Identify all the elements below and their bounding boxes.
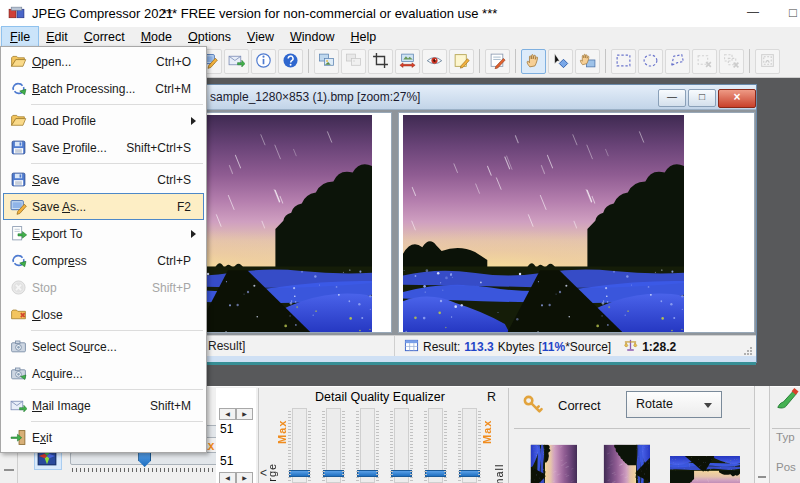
menu-help[interactable]: Help (342, 27, 384, 47)
select-ellipse-button[interactable] (638, 49, 663, 74)
menu-item-shortcut: Ctrl+M (155, 82, 191, 96)
equalizer-slider-6[interactable] (462, 408, 477, 483)
equalizer-handle[interactable] (357, 470, 378, 477)
save-icon (4, 171, 32, 188)
menu-separator (31, 421, 203, 422)
invert-selection-icon (759, 52, 776, 72)
brush-icon[interactable] (776, 387, 800, 409)
doc-minimize-button[interactable]: — (658, 89, 686, 107)
dropdown-value: Rotate (636, 397, 673, 411)
menu-file[interactable]: File (2, 27, 38, 47)
quality-value-top: 51 (220, 422, 233, 436)
export-to-menu-item[interactable]: Export To (3, 220, 204, 247)
mail-button[interactable] (224, 49, 249, 74)
exit-menu-item[interactable]: Exit (3, 424, 204, 451)
equalizer-handle[interactable] (323, 470, 344, 477)
thumbnail-image (603, 444, 650, 483)
maximize-button[interactable]: □ (778, 3, 800, 22)
stop-menu-item: StopShift+P (3, 274, 204, 301)
compress-icon (4, 252, 32, 269)
quality-value-bottom: 51 (220, 454, 233, 468)
equalizer-handle[interactable] (391, 470, 412, 477)
equalizer-handle[interactable] (289, 470, 310, 477)
save-profile-icon (4, 139, 32, 156)
equalizer-slider-2[interactable] (326, 408, 341, 483)
spin-left-button[interactable]: ◀ (219, 408, 236, 420)
hand-button[interactable] (521, 49, 546, 74)
splitter-handle[interactable] (4, 469, 14, 471)
equalizer-slider-4[interactable] (394, 408, 409, 483)
document-titlebar[interactable]: sample_1280×853 (1).bmp [zoom:27%] — □ × (201, 85, 756, 110)
export-icon (4, 225, 32, 242)
save-profile-menu-item[interactable]: Save Profile...Shift+Ctrl+S (3, 134, 204, 161)
menu-separator (31, 330, 203, 331)
submenu-arrow-icon (191, 117, 196, 125)
copy-image-button[interactable] (314, 49, 339, 74)
crop-button[interactable] (368, 49, 393, 74)
info-button[interactable] (251, 49, 276, 74)
group-divider (772, 428, 800, 429)
source-status-fragment: Result] (208, 339, 245, 353)
correct-mode-dropdown[interactable]: Rotate (626, 391, 722, 418)
minimize-button[interactable]: — (738, 3, 768, 22)
menu-item-label: Select Source... (32, 340, 117, 354)
doc-maximize-button[interactable]: □ (688, 89, 716, 107)
menu-edit[interactable]: Edit (38, 27, 76, 47)
equalizer-large-caption: Large (266, 450, 278, 483)
status-divider (394, 336, 395, 356)
select-poly-button[interactable] (665, 49, 690, 74)
menu-window[interactable]: Window (282, 27, 342, 47)
load-profile-menu-item[interactable]: Load Profile (3, 107, 204, 134)
acquire-menu-item[interactable]: Acquire... (3, 360, 204, 387)
equalizer-slider-3[interactable] (360, 408, 375, 483)
equalizer-handle[interactable] (425, 470, 446, 477)
correct-label: Correct (558, 398, 601, 413)
red-eye-button[interactable] (422, 49, 447, 74)
form-edit-button[interactable] (485, 49, 510, 74)
right-splitter[interactable] (754, 386, 770, 483)
rotate-thumbnail-ccw[interactable] (603, 444, 650, 483)
pan-button[interactable] (575, 49, 600, 74)
resize-grip[interactable] (743, 345, 753, 359)
doc-close-button[interactable]: × (718, 89, 756, 108)
zoom-select-button[interactable] (548, 49, 573, 74)
equalizer-slider-1[interactable] (292, 408, 307, 483)
compress-menu-item[interactable]: CompressCtrl+P (3, 247, 204, 274)
spin-left-button[interactable]: ◀ (219, 472, 236, 483)
equalizer-max-right: Max (481, 408, 493, 444)
splitter-handle[interactable] (758, 476, 766, 478)
menu-item-label: Batch Processing... (32, 82, 135, 96)
result-image-pane[interactable] (398, 112, 755, 333)
note-edit-button[interactable] (449, 49, 474, 74)
spin-right-button[interactable]: ▶ (236, 408, 253, 420)
toolbar-separator (749, 49, 750, 73)
rotate-thumbnail-cw[interactable] (530, 444, 577, 483)
spin-right-button[interactable]: ▶ (236, 472, 253, 483)
resize-button[interactable] (395, 49, 420, 74)
close-menu-item[interactable]: Close (3, 301, 204, 328)
batch-processing-menu-item[interactable]: Batch Processing...Ctrl+M (3, 75, 204, 102)
slider-handle[interactable] (138, 451, 151, 467)
document-title: sample_1280×853 (1).bmp [zoom:27%] (210, 90, 420, 104)
image-document-window: sample_1280×853 (1).bmp [zoom:27%] — □ ×… (200, 84, 757, 363)
quality-slider-bottom[interactable] (70, 452, 218, 465)
help-button[interactable] (278, 49, 303, 74)
save-as-menu-item[interactable]: Save As...F2 (3, 193, 204, 220)
menu-item-label: Save Profile... (32, 141, 107, 155)
menu-options[interactable]: Options (180, 27, 239, 47)
menu-view[interactable]: View (239, 27, 282, 47)
source-image-pane[interactable] (204, 112, 392, 333)
section-divider (258, 388, 259, 483)
key-icon (522, 394, 544, 416)
mail-image-menu-item[interactable]: Mail ImageShift+M (3, 392, 204, 419)
menu-correct[interactable]: Correct (76, 27, 133, 47)
rotate-thumbnail-180[interactable] (670, 456, 740, 483)
equalizer-slider-5[interactable] (428, 408, 443, 483)
toolbar-separator (308, 49, 309, 73)
open-menu-item[interactable]: Open...Ctrl+O (3, 48, 204, 75)
select-source-menu-item[interactable]: Select Source... (3, 333, 204, 360)
save-menu-item[interactable]: SaveCtrl+S (3, 166, 204, 193)
menu-mode[interactable]: Mode (133, 27, 180, 47)
select-rect-button[interactable] (611, 49, 636, 74)
equalizer-handle[interactable] (459, 470, 480, 477)
